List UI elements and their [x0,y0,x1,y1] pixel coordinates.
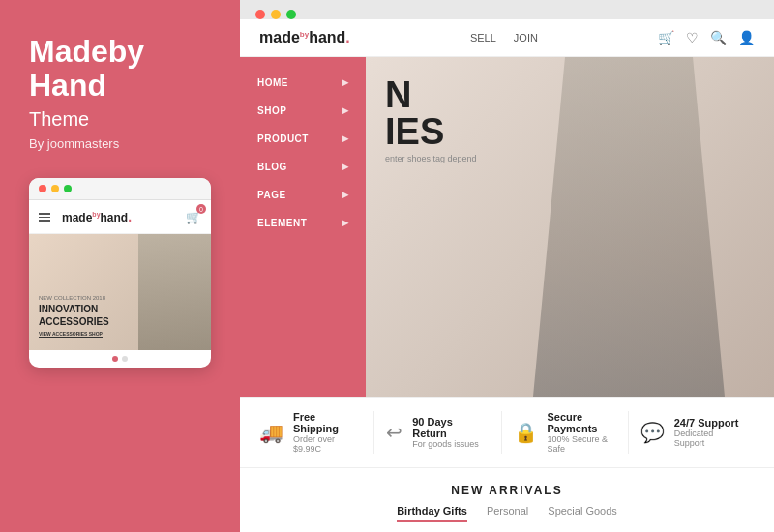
side-nav-item-page[interactable]: PAGE ▶ [240,181,366,209]
feature-desc-support: Dedicated Support [674,429,743,448]
return-icon: ↩ [386,421,402,444]
nav-sell[interactable]: SELL [470,32,496,44]
mini-cart: 🛒 0 [186,208,201,225]
feature-text-secure: Secure Payments 100% Secure & Safe [548,411,616,454]
feature-desc-return: For goods issues [412,439,489,449]
chevron-right-icon: ▶ [342,219,349,227]
chrome-dot-red [255,10,265,19]
theme-title: MadebyHand [29,35,144,103]
side-nav-item-shop[interactable]: SHOP ▶ [240,97,366,125]
tab-personal[interactable]: Personal [487,505,528,522]
mini-cart-badge: 0 [196,204,206,214]
mini-innovation-text: INNOVATION [39,303,109,315]
browser-content: madebyhand. SELL JOIN 🛒 ♡ 🔍 👤 HOME ▶ [240,19,774,532]
side-nav-item-blog[interactable]: BLOG ▶ [240,153,366,181]
feature-secure-payments: 🔒 Secure Payments 100% Secure & Safe [502,411,629,454]
mini-cta[interactable]: VIEW ACCESSORIES SHOP [39,331,103,339]
mini-accessories-text: ACCESSORIES [39,315,109,328]
left-panel: MadebyHand Theme By joommasters madebyha… [0,0,240,532]
user-icon[interactable]: 👤 [738,30,755,45]
theme-author: By joommasters [29,136,119,151]
cart-icon[interactable]: 🛒 [658,30,674,45]
theme-subtitle: Theme [29,108,89,131]
mini-dot-yellow [51,185,59,192]
mini-dot-inactive-1 [122,356,128,362]
feature-desc-secure: 100% Secure & Safe [548,434,616,454]
support-icon: 💬 [640,421,665,444]
mini-carousel-dots [29,350,211,368]
mini-hero: NEW COLLECTION 2018 INNOVATION ACCESSORI… [29,234,211,350]
wishlist-icon[interactable]: ♡ [686,30,699,45]
mini-browser-mockup: madebyhand. 🛒 0 NEW COLLECTION 2018 INNO… [29,178,211,368]
tab-birthday-gifts[interactable]: Birthday Gifts [397,505,467,522]
hero-text-overlay: N IES enter shoes tag depend [385,76,477,163]
chevron-right-icon: ▶ [342,78,349,87]
mini-dot-active [112,356,118,362]
features-bar: 🚚 Free Shipping Order over $9.99C ↩ 90 D… [240,397,774,467]
browser-chrome [240,0,774,19]
hero-subtext: enter shoes tag depend [385,154,477,163]
mini-dot-green [64,185,72,192]
chevron-right-icon: ▶ [342,106,349,115]
feature-text-shipping: Free Shipping Order over $9.99C [293,411,362,454]
side-nav: HOME ▶ SHOP ▶ PRODUCT ▶ BLOG ▶ PAGE ▶ [240,57,366,397]
mini-hamburger-icon [39,213,50,222]
feature-title-secure: Secure Payments [548,411,616,434]
feature-text-support: 24/7 Support Dedicated Support [674,417,743,448]
feature-title-support: 24/7 Support [674,417,743,429]
chevron-right-icon: ▶ [342,134,349,143]
site-header: madebyhand. SELL JOIN 🛒 ♡ 🔍 👤 [240,19,774,57]
chrome-dot-green [286,10,296,19]
feature-90-return: ↩ 90 Days Return For goods issues [374,411,501,454]
mini-collection-label: NEW COLLECTION 2018 [39,295,109,303]
arrivals-tabs: Birthday Gifts Personal Special Goods [259,505,755,522]
feature-text-return: 90 Days Return For goods issues [412,416,489,449]
side-nav-item-product[interactable]: PRODUCT ▶ [240,125,366,153]
mini-dot-red [39,185,46,192]
chrome-dot-yellow [271,10,281,19]
hero-person-figure [522,57,735,397]
feature-title-shipping: Free Shipping [293,411,362,434]
feature-free-shipping: 🚚 Free Shipping Order over $9.99C [259,411,374,454]
tab-special-goods[interactable]: Special Goods [548,505,617,522]
hero-wrapper: HOME ▶ SHOP ▶ PRODUCT ▶ BLOG ▶ PAGE ▶ [240,57,774,397]
chevron-right-icon: ▶ [342,191,349,199]
chevron-right-icon: ▶ [342,163,349,171]
new-arrivals-title: NEW ARRIVALS [259,484,755,497]
new-arrivals-section: NEW ARRIVALS Birthday Gifts Personal Spe… [240,467,774,532]
secure-icon: 🔒 [514,421,538,444]
mini-logo: madebyhand. [62,209,132,224]
search-icon[interactable]: 🔍 [710,30,727,45]
nav-join[interactable]: JOIN [514,32,538,44]
right-panel: madebyhand. SELL JOIN 🛒 ♡ 🔍 👤 HOME ▶ [240,0,774,532]
mini-site-header: madebyhand. 🛒 0 [29,200,211,234]
site-logo: madebyhand. [259,29,350,46]
header-icons: 🛒 ♡ 🔍 👤 [658,30,755,45]
hero-headline-1: N [385,76,477,113]
feature-support: 💬 24/7 Support Dedicated Support [629,411,755,454]
mini-hero-text: NEW COLLECTION 2018 INNOVATION ACCESSORI… [39,295,109,339]
hero-image: N IES enter shoes tag depend [366,57,774,397]
feature-title-return: 90 Days Return [412,416,489,439]
hero-headline-2: IES [385,113,477,150]
site-nav: SELL JOIN [470,32,538,44]
mini-browser-bar [29,178,211,200]
shipping-icon: 🚚 [259,421,283,444]
feature-desc-shipping: Order over $9.99C [293,434,362,454]
side-nav-item-element[interactable]: ELEMENT ▶ [240,209,366,237]
side-nav-item-home[interactable]: HOME ▶ [240,69,366,97]
